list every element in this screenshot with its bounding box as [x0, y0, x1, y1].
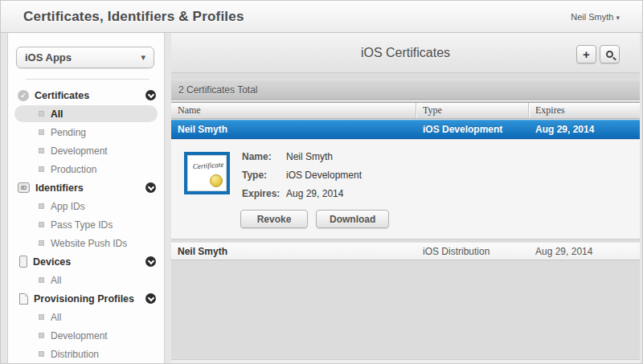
- cell-expires: Aug 29, 2014: [529, 243, 640, 260]
- detail-fields: Name: Neil Smyth Type: iOS Development E…: [242, 151, 362, 207]
- chevron-down-icon: ▾: [616, 14, 620, 22]
- sidebar-section-certificates[interactable]: ✓ Certificates: [8, 86, 164, 104]
- bullet-icon: [39, 351, 44, 357]
- detail-field-expires: Expires: Aug 29, 2014: [242, 188, 362, 199]
- sidebar-item-label: Website Push IDs: [51, 238, 127, 249]
- download-button[interactable]: Download: [316, 210, 389, 228]
- section-label: Provisioning Profiles: [34, 293, 134, 305]
- add-certificate-button[interactable]: +: [576, 45, 596, 63]
- detail-field-name: Name: Neil Smyth: [242, 151, 362, 162]
- section-label: Certificates: [35, 90, 89, 101]
- bullet-icon: [39, 203, 44, 209]
- sidebar-item-label: All: [51, 275, 61, 286]
- sidebar-item-label: Production: [51, 164, 96, 175]
- sidebar-section-identifiers[interactable]: ID Identifiers: [8, 178, 164, 197]
- sidebar-nav: ✓ Certificates All Pending Development P…: [8, 86, 164, 363]
- sidebar-item-certificates-pending[interactable]: Pending: [8, 123, 164, 141]
- sidebar-item-label: App IDs: [51, 201, 85, 212]
- main-titlebar: iOS Certificates +: [171, 33, 640, 73]
- user-account-menu[interactable]: Neil Smyth▾: [571, 12, 620, 22]
- sidebar-item-label: Development: [51, 145, 108, 157]
- field-value: Aug 29, 2014: [286, 188, 343, 199]
- magnifier-icon: [606, 51, 613, 58]
- bullet-icon: [39, 148, 44, 153]
- bullet-icon: [39, 240, 44, 246]
- detail-field-type: Type: iOS Development: [242, 170, 362, 181]
- certificates-identifiers-profiles-page: Certificates, Identifiers & Profiles Nei…: [0, 0, 643, 364]
- team-selector-label: iOS Apps: [25, 51, 72, 63]
- team-selector-dropdown[interactable]: iOS Apps ▾: [16, 47, 154, 68]
- search-button[interactable]: [600, 45, 620, 63]
- sidebar-item-label: Pending: [51, 127, 86, 138]
- sidebar-item-certificates-development[interactable]: Development: [8, 141, 164, 160]
- certificate-seal-icon: ✓: [18, 90, 29, 101]
- sidebar-section-devices[interactable]: Devices: [8, 252, 164, 271]
- cell-expires: Aug 29, 2014: [529, 121, 640, 138]
- id-badge-icon: ID: [18, 182, 30, 193]
- certificate-detail-panel: Certificate Name: Neil Smyth Type: iOS D…: [171, 140, 640, 239]
- column-header-name[interactable]: Name: [171, 103, 416, 118]
- main-panel: iOS Certificates + 2 Certificates Total …: [171, 33, 640, 364]
- column-header-expires[interactable]: Expires: [529, 103, 640, 118]
- top-header: Certificates, Identifiers & Profiles Nei…: [1, 1, 642, 33]
- summary-bar: 2 Certificates Total: [171, 80, 640, 100]
- cell-type: iOS Development: [416, 121, 529, 138]
- sidebar: iOS Apps ▾ ✓ Certificates All Pending De…: [7, 33, 165, 364]
- field-value: Neil Smyth: [286, 151, 333, 162]
- table-row[interactable]: Neil Smyth iOS Distribution Aug 29, 2014: [171, 242, 640, 260]
- sidebar-divider: [26, 79, 149, 80]
- field-label: Type:: [242, 170, 286, 181]
- table-row-selected[interactable]: Neil Smyth iOS Development Aug 29, 2014: [171, 120, 640, 139]
- section-label: Identifiers: [35, 182, 84, 194]
- page-title: Certificates, Identifiers & Profiles: [23, 9, 244, 25]
- device-icon: [19, 256, 27, 268]
- field-label: Name:: [242, 151, 286, 162]
- sidebar-item-label: Pass Type IDs: [51, 219, 113, 231]
- chevron-down-circle-icon[interactable]: [145, 256, 156, 267]
- cell-type: iOS Distribution: [416, 243, 529, 260]
- section-label: Devices: [33, 256, 71, 268]
- sidebar-item-profiles-all[interactable]: All: [8, 308, 164, 326]
- bullet-icon: [39, 222, 44, 227]
- sidebar-section-provisioning-profiles[interactable]: Provisioning Profiles: [8, 289, 164, 308]
- field-label: Expires:: [242, 188, 286, 199]
- bullet-icon: [39, 129, 44, 135]
- user-name: Neil Smyth: [571, 12, 613, 22]
- certificate-thumbnail: Certificate: [184, 152, 230, 194]
- bottom-strip: [171, 359, 640, 364]
- bullet-icon: [39, 333, 44, 338]
- sidebar-item-pass-type-ids[interactable]: Pass Type IDs: [8, 215, 164, 234]
- bullet-icon: [39, 314, 44, 320]
- table-header: Name Type Expires: [171, 102, 640, 119]
- main-title: iOS Certificates: [171, 33, 640, 60]
- gold-seal-icon: [210, 174, 223, 187]
- detail-buttons: Revoke Download: [240, 210, 389, 228]
- chevron-down-circle-icon[interactable]: [145, 90, 156, 100]
- sidebar-item-label: All: [51, 108, 63, 120]
- chevron-down-circle-icon[interactable]: [145, 293, 156, 304]
- revoke-button[interactable]: Revoke: [240, 210, 308, 228]
- chevron-down-circle-icon[interactable]: [145, 182, 156, 193]
- sidebar-item-label: Distribution: [51, 349, 99, 360]
- sidebar-item-profiles-distribution[interactable]: Distribution: [8, 345, 164, 363]
- chevron-down-icon: ▾: [141, 52, 145, 63]
- column-header-type[interactable]: Type: [416, 103, 529, 118]
- sidebar-item-label: All: [51, 312, 61, 323]
- sidebar-item-label: Development: [51, 330, 108, 342]
- cell-name: Neil Smyth: [171, 121, 416, 138]
- sidebar-item-profiles-development[interactable]: Development: [8, 326, 164, 345]
- bullet-icon: [39, 166, 44, 172]
- cell-name: Neil Smyth: [171, 243, 416, 260]
- certificates-count: 2 Certificates Total: [178, 84, 258, 96]
- certificate-thumbnail-label: Certificate: [190, 160, 227, 170]
- bullet-icon: [39, 111, 44, 117]
- bullet-icon: [39, 277, 44, 283]
- sidebar-item-devices-all[interactable]: All: [8, 271, 164, 289]
- sidebar-item-app-ids[interactable]: App IDs: [8, 197, 164, 215]
- sidebar-item-website-push-ids[interactable]: Website Push IDs: [8, 234, 164, 252]
- field-value: iOS Development: [286, 170, 362, 181]
- sidebar-item-certificates-all[interactable]: All: [8, 104, 164, 123]
- sidebar-item-certificates-production[interactable]: Production: [8, 160, 164, 178]
- document-icon: [19, 293, 28, 305]
